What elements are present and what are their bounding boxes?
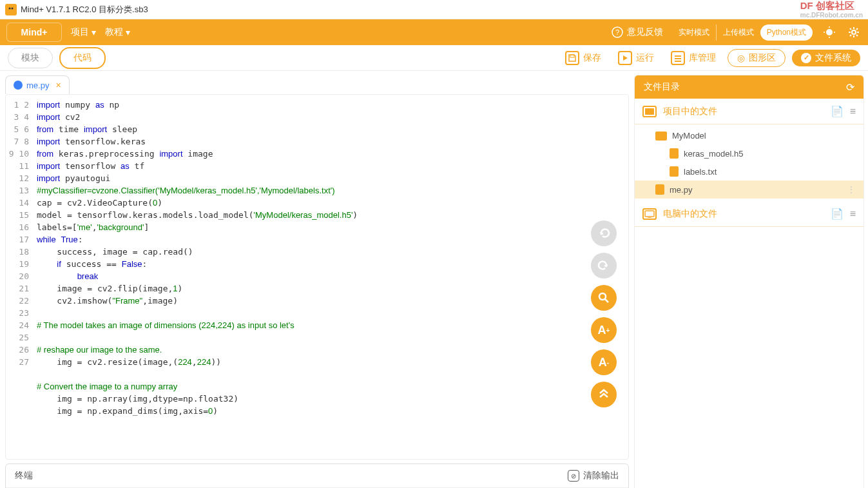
app-icon — [5, 4, 17, 15]
save-icon — [565, 51, 579, 65]
watermark: DF 创客社区 mc.DFRobot.com.cn — [800, 0, 863, 19]
font-decrease-button[interactable]: A- — [591, 349, 617, 375]
check-icon: ✓ — [801, 53, 811, 63]
svg-rect-0 — [7, 6, 15, 14]
svg-point-1 — [9, 7, 11, 9]
tab-block[interactable]: 模块 — [8, 48, 53, 68]
question-icon: ? — [612, 26, 623, 38]
clear-output-button[interactable]: ⊘ 清除输出 — [568, 470, 619, 482]
svg-rect-13 — [675, 58, 681, 59]
library-icon — [671, 51, 685, 65]
mode-upload[interactable]: 上传模式 — [716, 24, 760, 41]
sidebar-title: 文件目录 — [644, 81, 680, 93]
tree-file-selected[interactable]: me.py⋮ — [635, 181, 863, 199]
file-icon — [655, 184, 664, 195]
play-icon — [618, 51, 632, 65]
terminal-panel: 终端 ⊘ 清除输出 >>> — [5, 464, 629, 488]
svg-point-2 — [12, 7, 14, 9]
run-button[interactable]: 运行 — [613, 48, 659, 68]
menu-icon[interactable]: ≡ — [850, 208, 856, 220]
logo: Mind+ — [6, 23, 62, 42]
chevron-down-icon: ▾ — [92, 27, 96, 37]
mode-python[interactable]: Python模式 — [760, 24, 813, 41]
file-tabs: me.py × — [0, 71, 634, 94]
feedback-button[interactable]: ? 意见反馈 — [612, 26, 663, 38]
menu-tutorial[interactable]: 教程 ▾ — [105, 26, 130, 38]
svg-rect-12 — [675, 55, 681, 57]
chevron-down-icon: ▾ — [126, 27, 130, 37]
search-button[interactable] — [591, 285, 617, 311]
svg-point-5 — [826, 29, 833, 35]
tree-file[interactable]: keras_model.h5 — [635, 144, 863, 162]
save-button[interactable]: 保存 — [560, 48, 606, 68]
target-icon: ◎ — [737, 53, 745, 63]
section-project-files[interactable]: 项目中的文件 📄 ≡ — [635, 99, 863, 124]
collapse-button[interactable] — [591, 382, 617, 407]
svg-text:?: ? — [615, 28, 619, 36]
sidebar-header: 文件目录 ⟳ — [635, 75, 863, 99]
close-icon[interactable]: × — [55, 80, 61, 90]
new-file-icon[interactable]: 📄 — [831, 208, 844, 220]
file-tab[interactable]: me.py × — [5, 75, 70, 94]
menu-bar: Mind+ 项目 ▾ 教程 ▾ ? 意见反馈 实时模式 上传模式 Python模… — [0, 19, 868, 45]
line-gutter: 1 2 3 4 5 6 7 8 9 10 11 12 13 14 15 16 1… — [6, 95, 37, 459]
terminal-title: 终端 — [15, 470, 33, 482]
svg-rect-17 — [645, 108, 654, 115]
redo-button[interactable] — [591, 253, 617, 278]
mode-switch: 实时模式 上传模式 Python模式 — [672, 24, 813, 41]
file-icon — [670, 166, 679, 177]
sidebar: 文件目录 ⟳ 项目中的文件 📄 ≡ MyModel keras_model.h5… — [634, 71, 868, 488]
settings-icon[interactable] — [846, 24, 862, 40]
python-icon — [14, 81, 23, 90]
code-editor[interactable]: 1 2 3 4 5 6 7 8 9 10 11 12 13 14 15 16 1… — [5, 94, 629, 460]
menu-project[interactable]: 项目 ▾ — [71, 26, 96, 38]
library-button[interactable]: 库管理 — [666, 48, 721, 68]
file-tab-name: me.py — [26, 81, 49, 90]
theme-icon[interactable] — [822, 24, 837, 40]
svg-point-10 — [852, 30, 856, 34]
tab-code[interactable]: 代码 — [59, 47, 106, 69]
section-computer-files[interactable]: 电脑中的文件 📄 ≡ — [635, 201, 863, 227]
computer-icon — [642, 208, 657, 220]
file-icon — [670, 148, 679, 159]
file-tree: MyModel keras_model.h5 labels.txt me.py⋮ — [635, 124, 863, 201]
folder-icon — [655, 132, 667, 141]
title-bar: Mind+ V1.7.1 RC2.0 目标分类.sb3 DF 创客社区 mc.D… — [0, 0, 868, 19]
undo-button[interactable] — [591, 220, 617, 246]
files-button[interactable]: ✓文件系统 — [792, 50, 860, 66]
folder-icon — [642, 106, 657, 117]
toolbar: 模块 代码 保存 运行 库管理 ◎图形区 ✓文件系统 — [0, 45, 868, 71]
code-content[interactable]: import numpy as np import cv2 from time … — [37, 95, 628, 459]
new-file-icon[interactable]: 📄 — [831, 105, 844, 117]
svg-line-16 — [605, 299, 608, 302]
refresh-icon[interactable]: ⟳ — [846, 81, 854, 93]
graph-button[interactable]: ◎图形区 — [728, 49, 786, 67]
tree-folder[interactable]: MyModel — [635, 127, 863, 144]
svg-rect-14 — [675, 61, 681, 62]
font-increase-button[interactable]: A+ — [591, 317, 617, 343]
editor-float-buttons: A+ A- — [591, 220, 617, 407]
tree-file[interactable]: labels.txt — [635, 162, 863, 181]
svg-rect-18 — [645, 211, 654, 217]
clear-icon: ⊘ — [568, 470, 579, 482]
window-title: Mind+ V1.7.1 RC2.0 目标分类.sb3 — [21, 4, 148, 15]
more-icon[interactable]: ⋮ — [847, 184, 856, 195]
svg-point-15 — [599, 293, 606, 300]
menu-icon[interactable]: ≡ — [850, 106, 856, 117]
mode-realtime[interactable]: 实时模式 — [672, 24, 716, 41]
